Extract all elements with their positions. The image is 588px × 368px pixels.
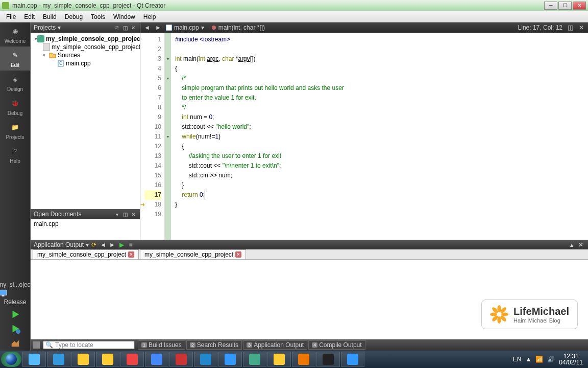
svg-point-11 [490,312,497,316]
taskbar-app[interactable] [47,352,70,367]
taskbar-app[interactable] [120,352,144,367]
svg-point-17 [497,312,502,317]
filter-icon[interactable]: ⚟ [113,24,120,31]
flower-icon [490,305,508,324]
minimize-output-icon[interactable]: ▴ [568,241,576,248]
taskbar-app[interactable] [71,352,95,367]
menu-help[interactable]: Help [139,12,160,21]
bottom-tab-search-results[interactable]: 2Search Results [186,340,242,350]
open-doc-item[interactable]: main.cpp [31,219,140,228]
taskbar-app[interactable] [243,352,266,367]
tray-volume-icon[interactable]: 🔊 [547,356,555,363]
help-icon: ? [9,145,21,157]
taskbar-app[interactable] [292,352,315,367]
mode-edit[interactable]: ✎Edit [0,47,30,71]
menu-build[interactable]: Build [39,12,61,21]
taskbar-app[interactable] [22,352,46,367]
panel-close-icon[interactable]: ✕ [130,211,137,218]
mode-help[interactable]: ?Help [0,143,30,167]
close-tab-icon[interactable]: ✕ [235,251,241,258]
rerun-icon[interactable]: ⟳ [90,241,98,248]
tree-sources-folder[interactable]: ▾Sources [33,51,138,59]
menu-window[interactable]: Window [109,12,139,21]
mode-welcome[interactable]: ◉Welcome [0,22,30,47]
panel-close-icon[interactable]: ✕ [130,24,137,31]
taskbar-app[interactable] [145,352,168,367]
menu-edit[interactable]: Edit [20,12,39,21]
close-output-icon[interactable]: ✕ [577,241,585,248]
menu-tools[interactable]: Tools [87,12,109,21]
mode-projects[interactable]: 📁Projects [0,119,30,143]
svg-rect-3 [37,35,44,42]
output-panel: Application Output ▾ ⟳ ◄ ► ▶ ■ ▴ ✕ my_si… [31,240,588,339]
tray-network-icon[interactable]: 📶 [535,356,543,363]
svg-point-10 [497,316,501,324]
taskbar-app[interactable] [96,352,119,367]
output-tabs: my_simple_console_cpp_project✕my_simple_… [31,249,588,260]
projects-header: Projects ▾ ⚟ ◫ ✕ [31,22,140,33]
split-editor-icon[interactable]: ◫ [567,24,574,31]
tree-file-main[interactable]: cmain.cpp [33,59,138,67]
mode-debug[interactable]: 🐞Debug [0,95,30,119]
kit-selector[interactable]: my_si...oject Release [0,281,32,306]
output-tab[interactable]: my_simple_console_cpp_project✕ [140,249,246,259]
close-button[interactable]: ✕ [573,2,586,10]
toggle-sidebar-icon[interactable] [33,341,40,349]
maximize-button[interactable]: ☐ [558,2,572,10]
close-tab-icon[interactable]: ✕ [128,251,134,258]
svg-rect-0 [0,290,7,295]
run-output-icon[interactable]: ▶ [117,241,126,248]
symbol-selector[interactable]: main(int, char *[]) [208,24,268,31]
debug-button[interactable] [10,323,21,334]
mode-design[interactable]: ◈Design [0,71,30,95]
close-editor-icon[interactable]: ✕ [578,24,585,31]
minimize-button[interactable]: ─ [544,2,557,10]
language-indicator[interactable]: EN [513,356,522,363]
system-tray[interactable]: EN ▲ 📶 🔊 12:31 04/02/11 [509,353,587,365]
projects-panel: Projects ▾ ⚟ ◫ ✕ ▾my_simple_console_cpp_… [31,22,140,240]
menu-file[interactable]: File [2,12,20,21]
split-icon[interactable]: ◫ [121,211,129,218]
tree-pro-file[interactable]: my_simple_console_cpp_project.p [33,43,138,51]
forward-icon[interactable]: ► [155,24,162,31]
clock[interactable]: 12:31 04/02/11 [559,353,583,365]
function-icon [211,25,216,30]
bottom-tab-compile-output[interactable]: 4Compile Output [308,340,365,350]
taskbar-app[interactable] [316,352,340,367]
watermark-logo: LifeMichael Haim Michael Blog [481,300,578,329]
output-tab[interactable]: my_simple_console_cpp_project✕ [33,249,139,259]
svg-rect-4 [43,43,50,51]
taskbar-app[interactable] [341,352,364,367]
bottom-tab-application-output[interactable]: 3Application Output [243,340,307,350]
taskbar-app[interactable] [169,352,193,367]
design-icon: ◈ [9,73,21,85]
svg-rect-7 [166,25,172,31]
cursor-position: Line: 17, Col: 12 [518,24,562,31]
prev-icon[interactable]: ◄ [99,241,107,248]
next-icon[interactable]: ► [108,241,116,248]
stop-icon[interactable]: ■ [127,241,135,248]
menu-debug[interactable]: Debug [61,12,87,21]
dropdown-icon[interactable]: ▾ [113,211,120,218]
project-tree[interactable]: ▾my_simple_console_cpp_project my_simple… [31,33,140,209]
taskbar-app[interactable] [267,352,291,367]
tray-flag-icon[interactable]: ▲ [525,356,531,363]
taskbar-app[interactable] [218,352,242,367]
open-documents-panel: Open Documents ▾ ◫ ✕ main.cpp [31,209,140,240]
split-icon[interactable]: ◫ [121,24,129,31]
code-editor[interactable]: ➔ 12345678910111213141516171819 ▾▾▾ #inc… [140,33,588,240]
run-button[interactable] [10,309,21,320]
qt-app-icon [2,2,9,9]
start-button[interactable] [1,352,21,367]
bottom-tab-build-issues[interactable]: 1Build Issues [138,340,185,350]
tree-root[interactable]: ▾my_simple_console_cpp_project [33,35,138,43]
taskbar-app[interactable] [194,352,217,367]
monitor-icon [0,288,8,298]
file-selector[interactable]: main.cpp ▾ [166,24,204,31]
status-bar: 🔍 Type to locate 1Build Issues2Search Re… [31,339,588,351]
build-button[interactable] [10,337,21,349]
locator-input[interactable]: 🔍 Type to locate [43,341,135,349]
back-icon[interactable]: ◄ [143,24,151,31]
svg-text:c: c [59,60,62,66]
menu-bar: FileEditBuildDebugToolsWindowHelp [0,11,588,22]
